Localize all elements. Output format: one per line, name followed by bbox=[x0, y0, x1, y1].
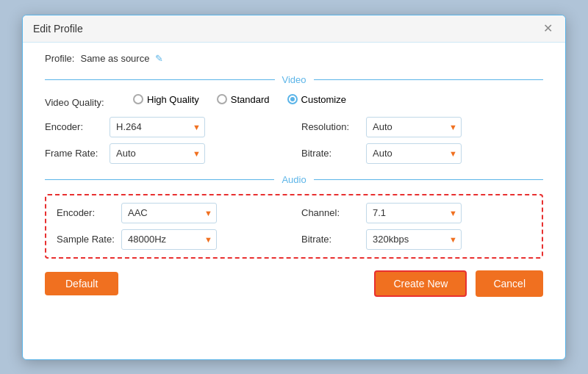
close-button[interactable]: ✕ bbox=[540, 21, 555, 36]
channel-select-wrap: 7.1 5.1 Stereo Mono ▼ bbox=[366, 203, 462, 223]
radio-customize[interactable]: Customize bbox=[287, 94, 346, 105]
radio-high-quality[interactable]: High Quality bbox=[133, 94, 199, 105]
sample-rate-label: Sample Rate: bbox=[57, 234, 115, 245]
radio-circle-standard bbox=[217, 94, 227, 104]
radio-circle-high bbox=[133, 94, 143, 104]
dialog-titlebar: Edit Profile ✕ bbox=[23, 15, 565, 43]
audio-section-label: Audio bbox=[274, 174, 313, 185]
framerate-bitrate-grid: Frame Rate: Auto 29.97 25 24 30 60 ▼ Bit… bbox=[45, 143, 543, 164]
divider-line-left bbox=[45, 79, 275, 80]
video-bitrate-select[interactable]: Auto 1000kbps 2000kbps 4000kbps 8000kbps bbox=[366, 143, 462, 164]
audio-bitrate-select-wrap: 320kbps 256kbps 192kbps 128kbps ▼ bbox=[366, 229, 462, 250]
create-new-button[interactable]: Create New bbox=[374, 270, 467, 297]
default-button[interactable]: Default bbox=[45, 272, 118, 295]
profile-label: Profile: bbox=[45, 53, 74, 64]
sample-rate-row: Sample Rate: 48000Hz 44100Hz 32000Hz 220… bbox=[57, 229, 287, 250]
audio-encoder-label: Encoder: bbox=[57, 207, 115, 218]
video-quality-row: Video Quality: High Quality Standard Cus… bbox=[45, 94, 543, 111]
channel-select[interactable]: 7.1 5.1 Stereo Mono bbox=[366, 203, 462, 223]
encoder-row: Encoder: H.264 H.265 MPEG-4 XVID ▼ bbox=[45, 117, 287, 137]
audio-bitrate-label: Bitrate: bbox=[301, 234, 360, 245]
audio-divider-line-left bbox=[45, 179, 274, 180]
audio-encoder-channel-grid: Encoder: AAC MP3 AC3 WMA ▼ Channel: bbox=[57, 203, 531, 223]
edit-profile-icon[interactable]: ✎ bbox=[155, 53, 163, 64]
dialog-body: Profile: Same as source ✎ Video Video Qu… bbox=[23, 43, 565, 309]
encoder-select[interactable]: H.264 H.265 MPEG-4 XVID bbox=[110, 117, 205, 137]
sample-rate-select[interactable]: 48000Hz 44100Hz 32000Hz 22050Hz bbox=[121, 229, 217, 250]
audio-section-divider: Audio bbox=[45, 174, 543, 185]
divider-line-right bbox=[314, 79, 544, 80]
dialog-title: Edit Profile bbox=[33, 23, 83, 35]
video-section-divider: Video bbox=[45, 74, 543, 85]
resolution-row: Resolution: Auto 1920x1080 1280x720 640x… bbox=[301, 117, 543, 137]
video-bitrate-label: Bitrate: bbox=[301, 148, 360, 159]
radio-label-customize: Customize bbox=[301, 94, 346, 105]
footer-row: Default Create New Cancel bbox=[45, 270, 543, 297]
profile-row: Profile: Same as source ✎ bbox=[45, 53, 543, 64]
resolution-label: Resolution: bbox=[301, 121, 360, 132]
encoder-select-wrap: H.264 H.265 MPEG-4 XVID ▼ bbox=[110, 117, 205, 137]
frame-rate-row: Frame Rate: Auto 29.97 25 24 30 60 ▼ bbox=[45, 143, 287, 164]
audio-settings-section: Encoder: AAC MP3 AC3 WMA ▼ Channel: bbox=[45, 194, 543, 259]
video-bitrate-select-wrap: Auto 1000kbps 2000kbps 4000kbps 8000kbps… bbox=[366, 143, 462, 164]
audio-divider-line-right bbox=[314, 179, 543, 180]
radio-circle-customize bbox=[287, 94, 298, 104]
audio-encoder-select[interactable]: AAC MP3 AC3 WMA bbox=[121, 203, 217, 223]
channel-row: Channel: 7.1 5.1 Stereo Mono ▼ bbox=[301, 203, 531, 223]
video-quality-radio-group: High Quality Standard Customize bbox=[133, 94, 346, 105]
channel-label: Channel: bbox=[301, 207, 360, 218]
sample-bitrate-grid: Sample Rate: 48000Hz 44100Hz 32000Hz 220… bbox=[57, 229, 531, 250]
video-bitrate-row: Bitrate: Auto 1000kbps 2000kbps 4000kbps… bbox=[301, 143, 543, 164]
edit-profile-dialog: Edit Profile ✕ Profile: Same as source ✎… bbox=[22, 15, 566, 360]
video-quality-label: Video Quality: bbox=[45, 97, 133, 108]
frame-rate-select[interactable]: Auto 29.97 25 24 30 60 bbox=[110, 143, 205, 164]
audio-encoder-row: Encoder: AAC MP3 AC3 WMA ▼ bbox=[57, 203, 287, 223]
sample-rate-select-wrap: 48000Hz 44100Hz 32000Hz 22050Hz ▼ bbox=[121, 229, 217, 250]
frame-rate-select-wrap: Auto 29.97 25 24 30 60 ▼ bbox=[110, 143, 205, 164]
frame-rate-label: Frame Rate: bbox=[45, 148, 104, 159]
audio-bitrate-select[interactable]: 320kbps 256kbps 192kbps 128kbps bbox=[366, 229, 462, 250]
profile-value: Same as source bbox=[80, 53, 149, 64]
audio-bitrate-row: Bitrate: 320kbps 256kbps 192kbps 128kbps… bbox=[301, 229, 531, 250]
resolution-select-wrap: Auto 1920x1080 1280x720 640x480 ▼ bbox=[366, 117, 462, 137]
cancel-button[interactable]: Cancel bbox=[476, 270, 543, 297]
video-section-label: Video bbox=[275, 74, 314, 85]
radio-label-standard: Standard bbox=[231, 94, 270, 105]
encoder-resolution-grid: Encoder: H.264 H.265 MPEG-4 XVID ▼ Resol… bbox=[45, 117, 543, 137]
audio-encoder-select-wrap: AAC MP3 AC3 WMA ▼ bbox=[121, 203, 217, 223]
footer-right-buttons: Create New Cancel bbox=[374, 270, 543, 297]
close-icon: ✕ bbox=[543, 21, 553, 35]
radio-standard[interactable]: Standard bbox=[217, 94, 270, 105]
resolution-select[interactable]: Auto 1920x1080 1280x720 640x480 bbox=[366, 117, 462, 137]
radio-label-high: High Quality bbox=[147, 94, 199, 105]
encoder-label: Encoder: bbox=[45, 121, 104, 132]
